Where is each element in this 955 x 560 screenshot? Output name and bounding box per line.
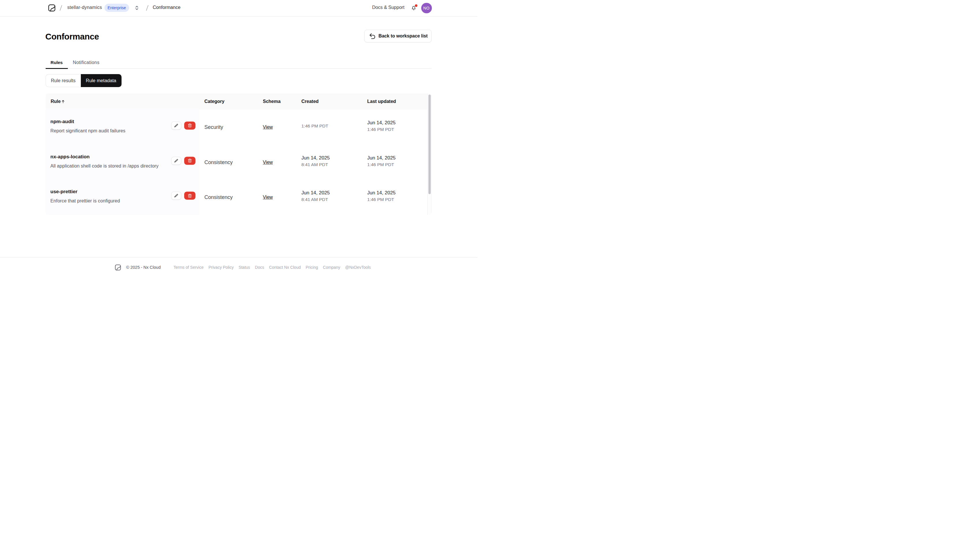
back-button-label: Back to workspace list <box>379 33 427 39</box>
column-header-label: Category <box>204 99 224 104</box>
footer-link-status[interactable]: Status <box>238 265 250 270</box>
pencil-icon <box>174 123 178 128</box>
tab-label: Notifications <box>73 60 99 65</box>
top-navigation-bar: stellar-dynamics Enterprise Conformance … <box>0 0 478 16</box>
created-time: 8:41 AM PDT <box>301 161 362 167</box>
tab-rules[interactable]: Rules <box>45 56 68 69</box>
notification-dot <box>415 4 418 7</box>
breadcrumb-current-page[interactable]: Conformance <box>153 5 180 10</box>
category-cell: Consistency <box>199 179 258 215</box>
breadcrumb-workspace[interactable]: stellar-dynamics <box>67 5 102 10</box>
footer-link-docs[interactable]: Docs <box>255 265 264 270</box>
rule-cell: nx-apps-location All application shell c… <box>45 145 199 180</box>
delete-rule-button[interactable] <box>184 122 196 129</box>
trash-icon <box>188 159 192 163</box>
nx-cloud-logo-icon[interactable] <box>48 4 55 11</box>
avatar[interactable]: NO <box>421 3 432 14</box>
created-date: Jun 14, 2025 <box>301 154 362 161</box>
last-updated-cell: Jun 14, 2025 1:46 PM PDT <box>362 144 427 178</box>
table-scrollbar-track[interactable] <box>427 94 432 215</box>
delete-rule-button[interactable] <box>184 192 196 200</box>
created-time: 1:46 PM PDT <box>301 123 362 129</box>
updated-date: Jun 14, 2025 <box>367 189 427 196</box>
created-cell: Jun 14, 2025 8:41 AM PDT <box>296 144 362 178</box>
view-schema-link[interactable]: View <box>263 124 273 131</box>
sort-ascending-arrow-icon <box>61 100 65 104</box>
footer-links: Terms of Service Privacy Policy Status D… <box>174 265 371 270</box>
column-header-schema[interactable]: Schema <box>258 99 296 104</box>
schema-cell: View <box>258 109 296 145</box>
table-row: use-prettier Enforce that prettier is co… <box>45 179 427 215</box>
footer-link-company[interactable]: Company <box>323 265 340 270</box>
created-cell: Jun 14, 2025 8:41 AM PDT <box>296 178 362 214</box>
footer-link-contact[interactable]: Contact Nx Cloud <box>269 265 301 270</box>
category-text: Security <box>204 123 258 131</box>
pencil-icon <box>174 159 178 163</box>
trash-icon <box>188 123 192 128</box>
column-header-rule[interactable]: Rule <box>45 99 199 104</box>
footer-link-pricing[interactable]: Pricing <box>306 265 318 270</box>
segment-rule-results[interactable]: Rule results <box>45 74 81 87</box>
view-schema-link[interactable]: View <box>263 159 273 166</box>
created-date: Jun 14, 2025 <box>301 189 362 196</box>
breadcrumb-separator-icon <box>59 5 63 11</box>
copyright-text: © 2025 - Nx Cloud <box>126 265 161 270</box>
updated-date: Jun 14, 2025 <box>367 119 427 126</box>
trash-icon <box>188 193 192 198</box>
segment-label: Rule results <box>51 78 76 83</box>
schema-cell: View <box>258 179 296 215</box>
enterprise-badge: Enterprise <box>105 4 129 12</box>
category-text: Consistency <box>204 193 258 201</box>
table-row: nx-apps-location All application shell c… <box>45 145 427 180</box>
category-cell: Consistency <box>199 145 258 180</box>
column-header-category[interactable]: Category <box>199 99 258 104</box>
rule-cell: use-prettier Enforce that prettier is co… <box>45 179 199 215</box>
nx-cloud-footer-logo-icon[interactable] <box>115 264 121 270</box>
breadcrumb-separator-icon <box>145 5 149 11</box>
last-updated-cell: Jun 14, 2025 1:46 PM PDT <box>362 178 427 214</box>
rule-cell: npm-audit Report significant npm audit f… <box>45 109 199 145</box>
tab-bar: Rules Notifications <box>45 56 432 69</box>
row-actions <box>171 122 196 129</box>
back-to-workspace-list-button[interactable]: Back to workspace list <box>364 30 432 42</box>
column-header-label: Schema <box>263 99 280 104</box>
schema-cell: View <box>258 145 296 180</box>
delete-rule-button[interactable] <box>184 157 196 165</box>
updated-time: 1:46 PM PDT <box>367 196 427 203</box>
rule-view-segmented-control: Rule results Rule metadata <box>45 74 122 87</box>
segment-rule-metadata[interactable]: Rule metadata <box>81 74 122 87</box>
workspace-switcher-chevrons-icon[interactable] <box>135 6 139 10</box>
column-header-last-updated[interactable]: Last updated <box>362 99 427 104</box>
table-row: npm-audit Report significant npm audit f… <box>45 109 427 145</box>
updated-time: 1:46 PM PDT <box>367 161 427 167</box>
footer-link-privacy[interactable]: Privacy Policy <box>208 265 233 270</box>
row-actions <box>171 157 196 165</box>
tab-notifications[interactable]: Notifications <box>68 56 105 69</box>
created-time: 8:41 AM PDT <box>301 196 362 203</box>
tab-label: Rules <box>50 60 63 65</box>
docs-support-link[interactable]: Docs & Support <box>372 5 404 10</box>
column-header-label: Rule <box>51 99 61 104</box>
category-cell: Security <box>199 109 258 145</box>
footer: © 2025 - Nx Cloud Terms of Service Priva… <box>0 257 478 280</box>
table-header-row: Rule Category Schema Created Last update… <box>45 94 427 109</box>
last-updated-cell: Jun 14, 2025 1:46 PM PDT <box>362 108 427 144</box>
column-header-label: Created <box>301 99 319 104</box>
footer-link-nxdevtools[interactable]: @NxDevTools <box>345 265 371 270</box>
segment-label: Rule metadata <box>86 78 116 83</box>
table-scrollbar-thumb[interactable] <box>428 95 431 194</box>
view-schema-link[interactable]: View <box>263 194 273 201</box>
updated-date: Jun 14, 2025 <box>367 154 427 161</box>
undo-arrow-icon <box>369 32 376 40</box>
column-header-label: Last updated <box>367 99 396 104</box>
edit-rule-button[interactable] <box>171 157 182 165</box>
column-header-created[interactable]: Created <box>296 99 362 104</box>
updated-time: 1:46 PM PDT <box>367 126 427 133</box>
footer-link-terms[interactable]: Terms of Service <box>174 265 204 270</box>
edit-rule-button[interactable] <box>171 122 182 129</box>
edit-rule-button[interactable] <box>171 192 182 200</box>
rule-metadata-table: Rule Category Schema Created Last update… <box>45 94 432 215</box>
page-title: Conformance <box>45 32 99 42</box>
created-cell: 1:46 PM PDT <box>296 108 362 144</box>
row-actions <box>171 192 196 200</box>
